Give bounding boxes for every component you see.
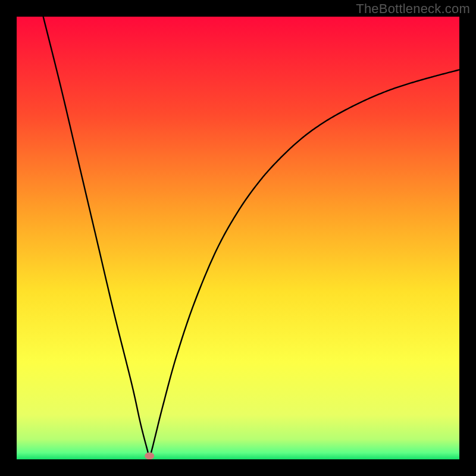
outer-frame: TheBottleneck.com bbox=[0, 0, 476, 476]
chart-svg bbox=[17, 17, 459, 459]
minimum-marker bbox=[145, 452, 154, 459]
watermark-text: TheBottleneck.com bbox=[356, 1, 470, 17]
gradient-background bbox=[17, 17, 459, 459]
chart-plot-area bbox=[17, 17, 459, 459]
